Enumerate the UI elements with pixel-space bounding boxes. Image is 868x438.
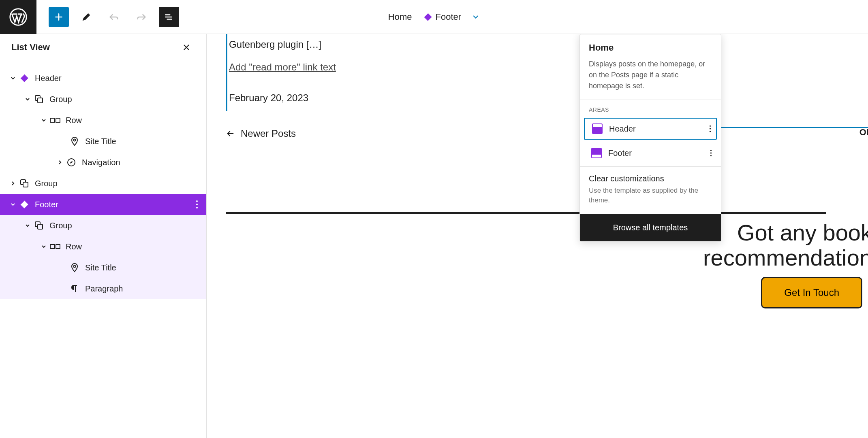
wordpress-logo-button[interactable] <box>0 0 36 34</box>
template-popover: Home Displays posts on the homepage, or … <box>579 34 721 242</box>
template-part-icon <box>19 73 30 83</box>
redo-icon <box>136 11 147 23</box>
footer-area-icon <box>591 148 602 158</box>
post-block[interactable]: Gutenberg plugin […] Add "read more" lin… <box>226 34 571 111</box>
canvas-divider <box>226 212 826 214</box>
chevron-down-icon <box>10 75 16 81</box>
area-item-footer[interactable]: Footer <box>584 143 717 163</box>
tree-label: Site Title <box>85 263 116 272</box>
area-label: Header <box>609 124 636 134</box>
svg-point-11 <box>196 207 198 208</box>
tree-item-group[interactable]: Group <box>0 173 206 194</box>
chevron-down-icon <box>41 117 47 123</box>
area-more-button[interactable] <box>710 149 712 157</box>
svg-rect-13 <box>38 224 43 229</box>
clear-customizations[interactable]: Clear customizations Use the template as… <box>580 167 721 214</box>
footer-heading-line2: recommendation <box>703 245 868 270</box>
paragraph-icon <box>70 284 79 293</box>
chevron-down-icon <box>24 96 31 102</box>
post-date[interactable]: February 20, 2023 <box>229 81 571 111</box>
area-more-button[interactable] <box>709 125 711 133</box>
more-vertical-icon <box>709 125 711 133</box>
svg-rect-3 <box>50 118 54 122</box>
pin-icon <box>70 263 79 272</box>
area-item-header[interactable]: Header <box>584 118 717 140</box>
read-more-link[interactable]: Add "read more" link text <box>229 53 336 81</box>
tree-label: Group <box>35 179 58 188</box>
more-vertical-icon <box>196 200 198 209</box>
top-toolbar: Home Footer <box>0 0 868 34</box>
chevron-right-icon <box>57 159 63 166</box>
redo-button[interactable] <box>131 7 152 27</box>
svg-point-21 <box>710 152 712 153</box>
clear-description: Use the template as supplied by the them… <box>589 186 712 205</box>
tree-label: Row <box>66 242 82 251</box>
svg-point-16 <box>74 266 76 268</box>
list-view-header: List View <box>0 34 206 61</box>
svg-point-20 <box>710 150 712 151</box>
breadcrumb-home[interactable]: Home <box>388 12 412 22</box>
undo-icon <box>108 11 120 23</box>
main-area: List View Header Group Row <box>0 34 868 438</box>
close-list-view-button[interactable] <box>178 41 195 53</box>
close-icon <box>182 43 191 52</box>
svg-point-22 <box>710 155 712 156</box>
breadcrumb: Home Footer <box>388 10 480 24</box>
tree-label: Footer <box>35 200 58 209</box>
header-area-icon <box>592 123 603 134</box>
svg-point-17 <box>710 125 711 127</box>
list-view-title: List View <box>11 42 50 53</box>
tree-item-site-title[interactable]: Site Title <box>0 131 206 152</box>
editor-canvas[interactable]: Gutenberg plugin […] Add "read more" lin… <box>207 34 868 438</box>
undo-button[interactable] <box>104 7 124 27</box>
toolbar-left-group <box>36 7 179 27</box>
arrow-left-icon <box>226 129 235 138</box>
chevron-down-icon <box>24 222 31 229</box>
area-label: Footer <box>608 149 632 158</box>
popover-title: Home <box>589 43 712 53</box>
more-options-button[interactable] <box>196 200 198 209</box>
popover-header: Home Displays posts on the homepage, or … <box>580 34 721 100</box>
tree-label: Group <box>49 221 72 230</box>
areas-label: AREAS <box>580 100 721 118</box>
tree-item-group[interactable]: Group <box>0 89 206 110</box>
list-view-button[interactable] <box>159 7 179 27</box>
breadcrumb-current-label: Footer <box>436 12 462 22</box>
newer-posts-link[interactable]: Newer Posts <box>226 128 296 139</box>
tree-item-header[interactable]: Header <box>0 68 206 89</box>
tree-item-navigation[interactable]: Navigation <box>0 152 206 173</box>
svg-point-18 <box>710 128 711 129</box>
tree-label: Navigation <box>82 158 120 167</box>
svg-rect-14 <box>50 245 54 249</box>
get-in-touch-button[interactable]: Get In Touch <box>761 277 862 308</box>
tree-item-site-title[interactable]: Site Title <box>0 257 206 278</box>
newer-posts-label: Newer Posts <box>241 128 296 139</box>
post-excerpt[interactable]: Gutenberg plugin […] <box>229 34 571 53</box>
svg-rect-4 <box>56 118 60 122</box>
pencil-icon <box>81 11 92 23</box>
svg-point-10 <box>196 204 198 205</box>
breadcrumb-current[interactable]: Footer <box>419 10 465 24</box>
template-part-icon <box>19 199 30 210</box>
svg-point-5 <box>74 139 76 141</box>
tree-item-group[interactable]: Group <box>0 215 206 236</box>
clear-title: Clear customizations <box>589 174 712 183</box>
pin-icon <box>70 136 79 146</box>
chevron-down-icon[interactable] <box>472 13 480 21</box>
tree-item-footer[interactable]: Footer <box>0 194 206 215</box>
browse-templates-button[interactable]: Browse all templates <box>580 214 721 241</box>
tree-item-paragraph[interactable]: Paragraph <box>0 278 206 299</box>
tree-item-row[interactable]: Row <box>0 236 206 257</box>
tree-label: Site Title <box>85 137 116 146</box>
footer-overflow-text: Ol <box>859 127 868 138</box>
footer-heading[interactable]: Got any book recommendation <box>703 220 868 270</box>
template-part-icon <box>423 12 433 22</box>
chevron-down-icon <box>10 201 16 208</box>
tree-item-row[interactable]: Row <box>0 110 206 131</box>
wordpress-icon <box>9 8 27 26</box>
group-icon <box>19 179 29 188</box>
tools-button[interactable] <box>76 7 96 27</box>
add-block-button[interactable] <box>49 7 69 27</box>
chevron-down-icon <box>41 243 47 250</box>
footer-selection-outline <box>720 127 868 128</box>
